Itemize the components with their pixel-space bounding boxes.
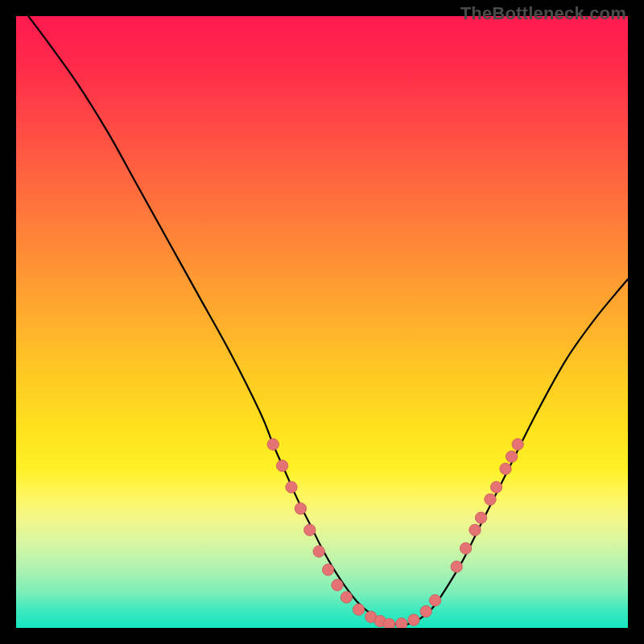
highlight-dot: [429, 595, 440, 606]
highlight-dot: [383, 618, 394, 628]
highlight-dot: [286, 481, 297, 493]
highlight-dot: [460, 543, 471, 554]
highlight-dot: [485, 493, 496, 505]
plot-area: [16, 16, 628, 628]
highlight-dot: [341, 592, 352, 603]
highlight-dot: [500, 463, 511, 474]
highlight-dot: [475, 512, 486, 523]
highlight-dot: [353, 604, 364, 615]
highlight-dot: [420, 605, 431, 617]
highlight-dot: [490, 481, 502, 493]
highlight-dot: [304, 524, 316, 535]
highlight-dot: [408, 614, 419, 625]
highlight-dot: [506, 451, 517, 462]
highlight-dot: [295, 503, 306, 514]
highlight-dot: [332, 580, 343, 591]
bottleneck-curve-svg: [16, 16, 628, 628]
highlight-dot: [469, 524, 481, 535]
watermark-text: TheBottleneck.com: [460, 3, 626, 24]
chart-frame: TheBottleneck.com: [0, 0, 644, 644]
bottleneck-curve-path: [28, 16, 628, 625]
highlight-dots-group: [267, 439, 523, 628]
highlight-dot: [313, 546, 324, 557]
highlight-dot: [267, 439, 279, 450]
highlight-dot: [396, 618, 407, 629]
highlight-dot: [276, 460, 287, 471]
highlight-dot: [512, 439, 523, 450]
highlight-dot: [322, 564, 333, 576]
highlight-dot: [451, 561, 462, 572]
